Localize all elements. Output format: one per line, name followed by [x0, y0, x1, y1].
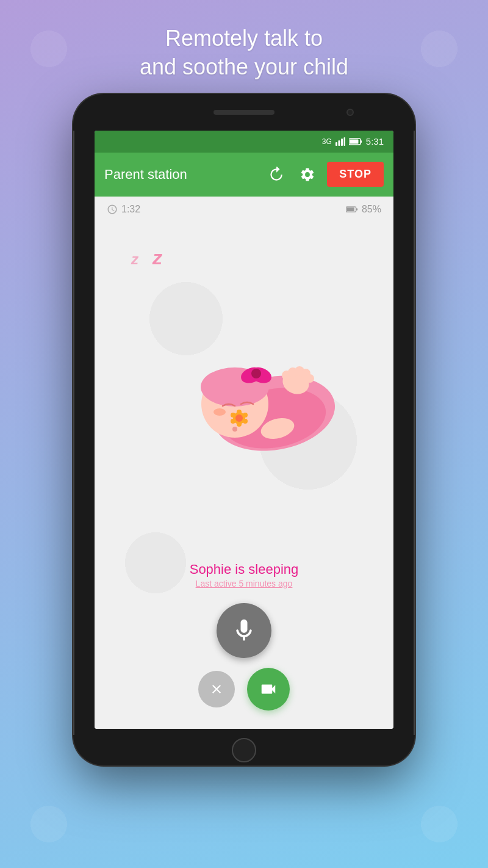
battery-value: 85%	[362, 204, 381, 215]
history-icon	[268, 167, 284, 183]
phone-top	[73, 94, 415, 131]
svg-point-20	[237, 410, 242, 414]
svg-point-22	[243, 419, 248, 424]
svg-rect-3	[343, 137, 345, 146]
svg-rect-1	[338, 140, 340, 146]
svg-point-19	[235, 414, 243, 422]
mic-icon	[231, 617, 257, 644]
baby-last-active[interactable]: Last active 5 minutes ago	[95, 579, 393, 588]
home-button[interactable]	[232, 738, 256, 762]
svg-point-25	[231, 413, 235, 418]
settings-button[interactable]	[295, 162, 320, 187]
phone-speaker	[214, 110, 274, 115]
phone-camera	[346, 109, 354, 116]
svg-point-21	[243, 413, 248, 418]
main-content: 1:32 85% z z	[95, 197, 393, 729]
svg-point-31	[306, 374, 314, 383]
svg-point-17	[214, 408, 226, 416]
svg-point-24	[231, 419, 235, 424]
app-bar: Parent station STOP	[95, 153, 393, 197]
svg-point-16	[251, 369, 261, 378]
svg-rect-9	[346, 208, 354, 211]
signal-text: 3G	[322, 137, 332, 146]
baby-status-section: Sophie is sleeping Last active 5 minutes…	[95, 555, 393, 591]
page-header: Remotely talk to and soothe your child	[103, 24, 385, 82]
close-icon	[209, 682, 224, 696]
battery-level-icon	[346, 205, 358, 214]
info-row: 1:32 85%	[95, 197, 393, 222]
phone-bottom	[73, 735, 415, 765]
header-line2: and soothe your child	[140, 54, 348, 79]
app-title: Parent station	[104, 167, 256, 183]
status-icons: 3G 5:31	[322, 136, 384, 146]
signal-icon	[336, 137, 345, 146]
baby-illustration	[146, 322, 342, 456]
settings-icon	[300, 167, 315, 183]
svg-rect-8	[356, 208, 358, 210]
control-buttons	[95, 591, 393, 729]
video-icon	[259, 680, 278, 698]
svg-point-23	[237, 422, 242, 427]
svg-rect-7	[346, 206, 356, 211]
history-button[interactable]	[264, 162, 288, 187]
battery-display: 85%	[346, 204, 381, 215]
stop-button[interactable]: STOP	[327, 162, 384, 187]
svg-rect-6	[350, 139, 358, 143]
svg-rect-0	[336, 142, 337, 146]
svg-rect-2	[341, 139, 343, 146]
sleeping-zzz: z z	[131, 247, 165, 269]
svg-point-33	[232, 427, 237, 432]
battery-icon	[349, 137, 362, 146]
header-line1: Remotely talk to	[165, 26, 323, 51]
baby-illustration-area: z z	[95, 222, 393, 555]
clock-display: 5:31	[366, 136, 384, 146]
video-button[interactable]	[247, 668, 290, 711]
svg-rect-5	[361, 140, 362, 143]
clock-icon	[107, 204, 118, 215]
phone-screen: 3G 5:31 Parent station	[95, 131, 393, 729]
status-bar: 3G 5:31	[95, 131, 393, 153]
phone-frame: 3G 5:31 Parent station	[73, 94, 415, 765]
timer-value: 1:32	[121, 204, 140, 215]
mic-button[interactable]	[217, 603, 271, 658]
baby-status-text: Sophie is sleeping	[95, 562, 393, 577]
timer-display: 1:32	[107, 204, 140, 215]
cancel-button[interactable]	[198, 671, 235, 707]
